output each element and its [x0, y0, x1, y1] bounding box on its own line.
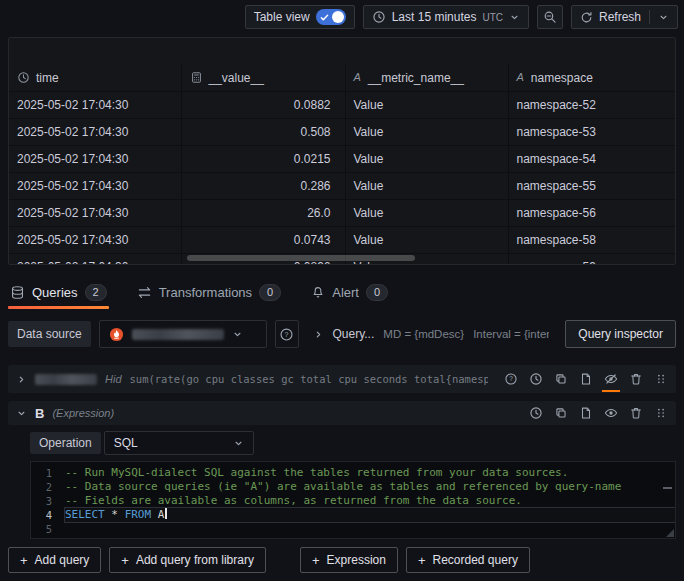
data-table: time __value__ A__metric_name__ Anamespa… [9, 64, 675, 265]
horizontal-scrollbar-thumb[interactable] [187, 255, 415, 261]
chevron-down-icon[interactable] [658, 12, 669, 23]
document-icon[interactable] [579, 406, 593, 420]
query-options-label: Query... [333, 327, 375, 341]
operation-select[interactable]: SQL [104, 431, 254, 455]
tab-label: Alert [332, 285, 359, 300]
text-field-icon: A [354, 71, 361, 83]
code-line: 5 [31, 522, 675, 536]
redacted-query-name [35, 374, 97, 385]
duplicate-icon[interactable] [554, 406, 568, 420]
transformations-count-badge: 0 [259, 284, 281, 301]
query-options-toggle[interactable]: Query... MD = {mdDesc} Interval = {inter… [313, 327, 550, 341]
bell-icon [311, 285, 325, 299]
operation-selected-value: SQL [114, 436, 138, 450]
datasource-help-button[interactable]: ? [275, 320, 299, 348]
help-circle-icon: ? [279, 327, 294, 342]
column-header-value[interactable]: __value__ [181, 64, 345, 91]
query-b-header[interactable]: B (Expression) [8, 401, 676, 425]
table-panel: time __value__ A__metric_name__ Anamespa… [8, 37, 676, 265]
chevron-down-icon[interactable] [16, 408, 27, 419]
history-clock-icon[interactable] [529, 372, 543, 386]
query-ref-id: B [35, 406, 44, 421]
sql-code-editor[interactable]: 1-- Run MySQL-dialect SQL against the ta… [30, 461, 676, 539]
chevron-right-icon[interactable] [16, 374, 27, 385]
chevron-down-icon [509, 12, 520, 23]
hidden-state-label: Hid [105, 373, 122, 385]
sql-keyword: SELECT [65, 508, 105, 521]
prometheus-flame-icon [109, 327, 124, 342]
code-line: 1-- Run MySQL-dialect SQL against the ta… [31, 466, 675, 480]
operation-row: Operation SQL [30, 431, 676, 455]
column-header-metric-name[interactable]: A__metric_name__ [345, 64, 508, 91]
text-cursor [165, 508, 167, 519]
horizontal-scrollbar-track [9, 255, 675, 261]
trash-icon[interactable] [629, 406, 643, 420]
editor-resize-grip[interactable] [666, 529, 674, 537]
check-icon [320, 13, 329, 22]
history-clock-icon[interactable] [529, 406, 543, 420]
duplicate-icon[interactable] [554, 372, 568, 386]
table-view-switch[interactable] [316, 9, 346, 25]
time-range-label: Last 15 minutes [392, 10, 477, 24]
drag-handle[interactable] [654, 372, 668, 386]
text-field-icon: A [517, 71, 524, 83]
column-header-time[interactable]: time [9, 64, 181, 91]
document-icon[interactable] [579, 372, 593, 386]
switch-knob [332, 11, 344, 23]
footer-actions: +Add query +Add query from library +Expr… [8, 547, 676, 573]
sql-comment: -- Data source queries (ie "A") are avai… [65, 480, 621, 493]
transform-icon [137, 285, 152, 300]
tab-queries[interactable]: Queries 2 [8, 275, 109, 309]
time-range-picker[interactable]: Last 15 minutes UTC [363, 5, 529, 29]
toolbar: Table view Last 15 minutes UTC Refresh [0, 0, 684, 31]
operation-label: Operation [30, 432, 101, 454]
tab-transformations[interactable]: Transformations 0 [135, 275, 284, 309]
tab-alert[interactable]: Alert 0 [309, 275, 390, 309]
table-row: 2025-05-02 17:04:300.508Valuenamespace-5… [9, 118, 675, 145]
clock-icon [372, 10, 386, 24]
sql-comment: -- Fields are available as columns, as r… [65, 494, 522, 507]
code-line: 3-- Fields are available as columns, as … [31, 494, 675, 508]
overview-ruler-mark [663, 487, 672, 489]
plus-icon: + [20, 553, 28, 568]
table-row: 2025-05-02 17:04:3026.0Valuenamespace-56 [9, 199, 675, 226]
database-icon [10, 285, 25, 300]
tab-label: Transformations [159, 285, 252, 300]
query-row-a[interactable]: Hid sum(rate(go_cpu_classes_gc_total_cpu… [8, 365, 676, 393]
query-type-label: (Expression) [52, 407, 513, 419]
zoom-out-button[interactable] [537, 5, 563, 29]
trash-icon[interactable] [629, 372, 643, 386]
calculator-icon [190, 71, 203, 84]
refresh-button[interactable]: Refresh [571, 5, 678, 29]
sql-comment: -- Run MySQL-dialect SQL against the tab… [65, 466, 568, 479]
plus-icon: + [312, 553, 320, 568]
table-view-toggle-group[interactable]: Table view [245, 5, 355, 29]
add-query-from-library-button[interactable]: +Add query from library [109, 547, 266, 573]
redacted-datasource-name [132, 329, 224, 340]
datasource-label: Data source [8, 321, 91, 347]
query-inspector-button[interactable]: Query inspector [565, 320, 676, 348]
svg-text:?: ? [509, 375, 513, 382]
timezone-label: UTC [482, 12, 503, 23]
datasource-picker[interactable] [99, 320, 267, 348]
eye-icon[interactable] [604, 406, 618, 420]
grafana-panel-editor: Table view Last 15 minutes UTC Refresh [0, 0, 684, 581]
query-expression-preview: sum(rate(go_cpu_classes_gc_total_cpu_sec… [130, 373, 488, 385]
sql-keyword: FROM [125, 508, 152, 521]
hide-response-toggle[interactable] [604, 372, 618, 386]
drag-handle[interactable] [654, 406, 668, 420]
table-row: 2025-05-02 17:04:300.286Valuenamespace-5… [9, 172, 675, 199]
help-circle-icon[interactable]: ? [504, 372, 518, 386]
add-query-button[interactable]: +Add query [8, 547, 101, 573]
table-row: 2025-05-02 17:04:300.0882Valuenamespace-… [9, 91, 675, 118]
sql-plain: * [105, 508, 125, 521]
add-expression-button[interactable]: +Expression [300, 547, 398, 573]
divider [649, 10, 650, 24]
alert-count-badge: 0 [366, 284, 388, 301]
column-header-namespace[interactable]: Anamespace [508, 64, 675, 91]
add-recorded-query-button[interactable]: +Recorded query [406, 547, 530, 573]
table-view-label: Table view [254, 10, 310, 24]
tab-label: Queries [32, 285, 78, 300]
sql-plain: A [151, 508, 164, 521]
code-line: 2-- Data source queries (ie "A") are ava… [31, 480, 675, 494]
